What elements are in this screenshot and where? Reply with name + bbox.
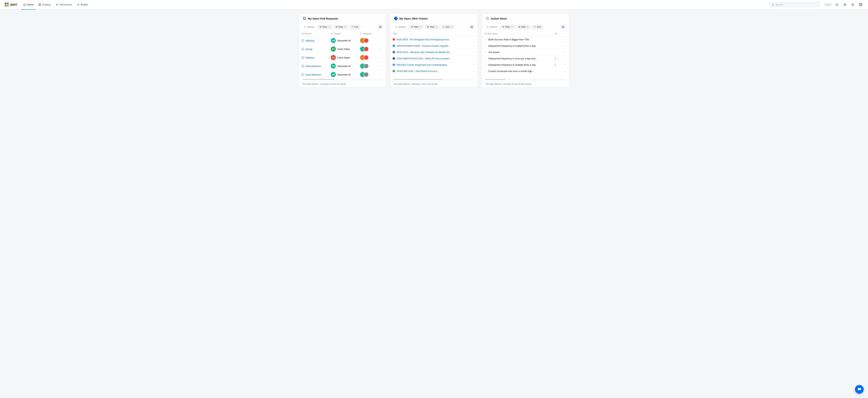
jira-sort-close[interactable]: ✕ xyxy=(451,26,453,28)
pr-filter-btn[interactable]: Filter ✕ xyxy=(317,25,332,29)
ai-sort-btn[interactable]: Sort xyxy=(532,25,543,29)
jira-ticket-link[interactable]: EPIC-9753 - Revamp User Interface for Mo… xyxy=(397,51,451,54)
svg-point-31 xyxy=(302,56,304,59)
ai-columns-icon xyxy=(562,26,564,28)
jira-sort-btn[interactable]: Sort ✕ xyxy=(441,25,455,29)
pr-service-cell: fraud-detection xyxy=(299,70,329,79)
jira-filter-btn[interactable]: Filter ✕ xyxy=(409,25,424,29)
github-icon xyxy=(303,17,306,20)
jira-hide-close[interactable]: ✕ xyxy=(436,26,437,28)
star-icon[interactable]: ☆ xyxy=(484,57,487,60)
jira-search[interactable]: Search xyxy=(394,25,407,29)
jira-ticket-link[interactable]: BUG-5678 - Fix Navigation Bar Overlappin… xyxy=(397,38,449,41)
jira-row-actions-btn[interactable]: ··· xyxy=(472,57,475,60)
star-icon[interactable]: ☆ xyxy=(484,38,487,41)
history-button[interactable] xyxy=(834,2,840,8)
jira-ticket-link[interactable]: DOCUMENTATION-7531 - Write API Documenta… xyxy=(397,57,451,60)
port-nav-icon xyxy=(859,3,863,6)
pr-creator-cell: AM Alexander M xyxy=(329,36,358,45)
logo[interactable]: port xyxy=(4,2,17,7)
builder-icon xyxy=(77,3,80,6)
table-row: DOCUMENTATION-7531 - Write API Documenta… xyxy=(391,55,477,62)
rule-name-text: Custom scorecard rule once a month high.… xyxy=(489,70,534,72)
ai-sort-label: Sort xyxy=(537,26,541,28)
jira-ticket-link[interactable]: PROJECT-1234: Implement User Authenticat… xyxy=(397,63,447,66)
jira-title-cell: IMPROVEMENT-8642 - Enhance Search Algori… xyxy=(391,43,465,49)
assignee-col-icon xyxy=(360,33,362,35)
pr-sort-btn[interactable]: Sort xyxy=(349,25,360,29)
row-actions-btn[interactable]: ··· xyxy=(379,56,382,59)
pr-filter-close[interactable]: ✕ xyxy=(329,26,330,28)
service-link[interactable]: pricing xyxy=(305,48,312,51)
ai-row-actions-btn[interactable]: ··· xyxy=(564,63,566,66)
ai-actions-cell: ··· xyxy=(562,49,569,55)
jira-row-actions-btn[interactable]: ··· xyxy=(472,44,475,47)
jira-filter-close[interactable]: ✕ xyxy=(420,26,422,28)
star-icon[interactable]: ☆ xyxy=(484,44,487,47)
row-actions-btn[interactable]: ··· xyxy=(379,73,382,76)
ai-filter-icon xyxy=(502,26,504,28)
rule-col-icon xyxy=(484,33,487,35)
users-button[interactable] xyxy=(842,2,848,8)
ai-search[interactable]: Search xyxy=(485,25,499,29)
action-items-header: Action Items xyxy=(482,14,569,23)
table-row: pricing AS Anton Sitwa ··· xyxy=(299,45,386,53)
th-assignee: Assignee xyxy=(358,31,377,36)
jira-ticket-link[interactable]: FEATURE-0191 - Add Parent Function... xyxy=(397,70,439,72)
jira-hide-btn[interactable]: Hide ✕ xyxy=(425,25,439,29)
ai-hide-close[interactable]: ✕ xyxy=(527,26,529,28)
service-link[interactable]: shipping xyxy=(305,39,314,42)
global-search[interactable]: Search xyxy=(770,2,820,7)
pr-search[interactable]: Search xyxy=(302,25,316,29)
ai-row-actions-btn[interactable]: ··· xyxy=(564,51,566,54)
ai-rule-cell: ☆ Build Success Rate is Bigger than 70% xyxy=(482,36,553,43)
jira-search-label: Search xyxy=(398,26,406,28)
row-actions-btn[interactable]: ··· xyxy=(379,65,382,67)
nav-builder[interactable]: Builder xyxy=(75,2,90,7)
ai-row-actions-btn[interactable]: ··· xyxy=(564,38,566,41)
jira-search-icon xyxy=(395,26,397,28)
jira-title: My Open JIRA Tickets xyxy=(399,17,428,20)
table-row: ☆ Deployment frequency is multiple times… xyxy=(482,62,569,68)
service-link[interactable]: fraud-detection xyxy=(305,73,321,76)
table-row: FEATURE-0191 - Add Parent Function... ··… xyxy=(391,68,477,74)
ai-filter-btn[interactable]: Filter ✕ xyxy=(500,25,515,29)
jira-row-actions-btn[interactable]: ··· xyxy=(472,51,475,54)
jira-filter-label: Filter xyxy=(414,26,419,28)
port-logo-nav[interactable] xyxy=(858,2,864,8)
pr-hide-close[interactable]: ✕ xyxy=(344,26,346,28)
docs-button[interactable] xyxy=(850,2,856,8)
ai-row-actions-btn[interactable]: ··· xyxy=(564,44,566,47)
ai-sort-icon xyxy=(534,26,536,28)
star-icon[interactable]: ☆ xyxy=(484,63,487,66)
ai-value-cell xyxy=(553,49,562,55)
pr-hide-btn[interactable]: Hide ✕ xyxy=(334,25,348,29)
jira-type-icon xyxy=(393,51,396,54)
service-link[interactable]: fraud-detection xyxy=(305,65,321,67)
jira-columns-btn[interactable] xyxy=(469,25,474,29)
service-link[interactable]: shipping xyxy=(305,56,314,59)
rule-name-text: Deployment frequency is once per a day a… xyxy=(489,57,538,60)
nav-selfservice[interactable]: Self-service xyxy=(54,2,74,7)
jira-ticket-link[interactable]: IMPROVEMENT-8642 - Enhance Search Algori… xyxy=(397,44,450,47)
jira-meta-cell xyxy=(465,68,470,74)
ai-row-actions-btn[interactable]: ··· xyxy=(564,70,566,72)
row-actions-btn[interactable]: ··· xyxy=(379,48,382,51)
star-icon[interactable]: ☆ xyxy=(484,70,487,72)
nav-home[interactable]: Home xyxy=(21,2,36,7)
nav-catalog[interactable]: Catalog xyxy=(36,2,53,7)
jira-row-actions-btn[interactable]: ··· xyxy=(472,63,475,66)
table-row: IMPROVEMENT-8642 - Enhance Search Algori… xyxy=(391,43,477,49)
ai-columns-btn[interactable] xyxy=(560,25,566,29)
keyboard-shortcut: Ctrl K xyxy=(825,3,832,6)
row-actions-btn[interactable]: ··· xyxy=(379,39,382,42)
ai-filter-close[interactable]: ✕ xyxy=(512,26,513,28)
ai-hide-btn[interactable]: Hide ✕ xyxy=(517,25,531,29)
jira-row-actions-btn[interactable]: ··· xyxy=(472,38,475,41)
ai-row-actions-btn[interactable]: ··· xyxy=(564,57,566,60)
history-icon xyxy=(835,3,838,6)
pr-columns-btn[interactable] xyxy=(378,25,383,29)
jira-row-actions-btn[interactable]: ··· xyxy=(472,70,475,72)
star-icon[interactable]: ☆ xyxy=(484,51,487,54)
chat-button[interactable] xyxy=(855,385,864,394)
